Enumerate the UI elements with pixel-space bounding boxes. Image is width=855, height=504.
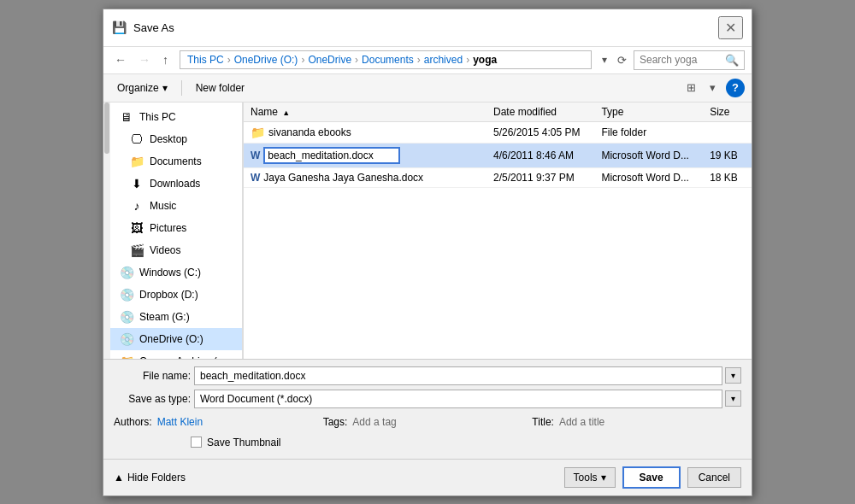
saveastype-label: Save as type:: [114, 393, 191, 405]
new-folder-button[interactable]: New folder: [189, 79, 251, 97]
windows-c-icon: 💿: [119, 266, 134, 279]
sidebar-item-videos[interactable]: 🎬 Videos: [110, 239, 242, 261]
dropbox-icon: 💿: [119, 288, 134, 302]
cancel-button[interactable]: Cancel: [687, 467, 741, 488]
sidebar-item-steam-g[interactable]: 💿 Steam (G:): [110, 306, 242, 328]
sidebar-label-documents: Documents: [150, 155, 202, 167]
sidebar-item-thispc[interactable]: 🖥 This PC: [110, 106, 242, 128]
sidebar-item-pictures[interactable]: 🖼 Pictures: [110, 217, 242, 239]
breadcrumb-yoga: yoga: [473, 54, 497, 66]
breadcrumb-onedrive-o[interactable]: OneDrive (O:): [234, 54, 298, 66]
tags-field: Tags: Add a tag: [323, 416, 533, 428]
sort-arrow: ▲: [282, 108, 290, 117]
up-button[interactable]: ↑: [158, 51, 173, 68]
steam-icon: 💿: [119, 310, 134, 324]
organize-button[interactable]: Organize ▾: [110, 79, 174, 97]
saveastype-dropdown-button[interactable]: ▾: [725, 390, 741, 407]
hide-folders-arrow: ▲: [114, 472, 124, 483]
filename-dropdown-button[interactable]: ▾: [725, 367, 741, 384]
breadcrumb-thispc[interactable]: This PC: [187, 54, 224, 66]
tools-label: Tools: [574, 472, 598, 483]
breadcrumb-bar: This PC › OneDrive (O:) › OneDrive › Doc…: [180, 50, 592, 69]
breadcrumb-documents[interactable]: Documents: [362, 54, 414, 66]
sidebar-item-documents[interactable]: 📁 Documents: [110, 150, 242, 173]
sidebar-label-onedrive-o: OneDrive (O:): [139, 333, 203, 345]
save-thumbnail-label[interactable]: Save Thumbnail: [207, 437, 281, 448]
file-name: sivananda ebooks: [268, 126, 351, 138]
folder-icon: 📁: [251, 126, 265, 139]
tags-value[interactable]: Add a tag: [352, 416, 396, 428]
file-size: 18 KB: [703, 167, 752, 187]
sidebar-item-canses[interactable]: 📁 Canses Archive (: [110, 350, 242, 359]
save-thumbnail-checkbox[interactable]: [191, 437, 202, 448]
file-type: Microsoft Word D...: [594, 167, 703, 187]
music-icon: ♪: [129, 199, 144, 213]
sidebar-item-windows-c[interactable]: 💿 Windows (C:): [110, 261, 242, 284]
sidebar-item-desktop[interactable]: 🖵 Desktop: [110, 128, 242, 150]
tools-button[interactable]: Tools ▾: [564, 467, 616, 488]
sidebar-item-dropbox-d[interactable]: 💿 Dropbox (D:): [110, 284, 242, 306]
filename-label: File name:: [114, 370, 191, 382]
bottom-section: File name: ▾ Save as type: Word Document…: [103, 359, 752, 459]
view-button[interactable]: ⊞: [683, 79, 699, 96]
action-bar: ▲ Hide Folders Tools ▾ Save Cancel: [103, 459, 752, 495]
breadcrumb-onedrive[interactable]: OneDrive: [308, 54, 351, 66]
dialog-title: Save As: [133, 21, 174, 34]
filename-cell: 📁 sivananda ebooks: [251, 126, 480, 139]
hide-folders-button[interactable]: ▲ Hide Folders: [114, 472, 186, 483]
pictures-icon: 🖼: [129, 221, 144, 235]
authors-field: Authors: Matt Klein: [114, 416, 323, 428]
title-field: Title: Add a title: [532, 416, 741, 428]
title-label: Title:: [532, 416, 554, 428]
search-icon: 🔍: [725, 54, 739, 67]
thumbnail-row: Save Thumbnail: [114, 431, 741, 452]
col-size[interactable]: Size: [703, 103, 752, 122]
sidebar-label-dropbox-d: Dropbox (D:): [139, 289, 198, 301]
filename-input[interactable]: [194, 366, 722, 385]
table-row[interactable]: W Jaya Ganesha Jaya Ganesha.docx 2/5/201…: [244, 167, 752, 187]
forward-button[interactable]: →: [134, 51, 155, 68]
save-button[interactable]: Save: [622, 466, 681, 489]
sidebar-label-windows-c: Windows (C:): [139, 267, 201, 278]
col-date[interactable]: Date modified: [486, 103, 594, 122]
file-date: 4/6/2011 8:46 AM: [486, 143, 594, 167]
sidebar-item-music[interactable]: ♪ Music: [110, 195, 242, 217]
sidebar-label-canses: Canses Archive (: [139, 355, 217, 359]
search-box: 🔍: [634, 50, 745, 70]
file-name-edit-input[interactable]: [263, 147, 400, 164]
file-date: 2/5/2011 9:37 PM: [486, 167, 594, 187]
breadcrumb-archived[interactable]: archived: [424, 54, 463, 66]
refresh-button[interactable]: ⟳: [614, 52, 630, 68]
hide-folders-label: Hide Folders: [127, 472, 186, 483]
onedrive-icon: 💿: [119, 332, 134, 346]
tools-dropdown-icon: ▾: [601, 472, 606, 483]
file-size: [703, 121, 752, 143]
close-button[interactable]: ✕: [718, 16, 743, 39]
filename-cell: W Jaya Ganesha Jaya Ganesha.docx: [251, 172, 480, 184]
main-area: 🖥 This PC 🖵 Desktop 📁 Documents ⬇ Downlo…: [103, 103, 752, 359]
col-name[interactable]: Name ▲: [244, 103, 486, 122]
sidebar-item-onedrive-o[interactable]: 💿 OneDrive (O:): [110, 328, 242, 350]
back-button[interactable]: ←: [110, 51, 131, 68]
sidebar-scrollbar-thumb[interactable]: [104, 103, 109, 154]
help-button[interactable]: ?: [726, 79, 745, 97]
saveastype-row: Save as type: Word Document (*.docx) ▾: [114, 390, 741, 408]
sidebar-label-downloads: Downloads: [150, 178, 200, 190]
saveastype-select[interactable]: Word Document (*.docx): [194, 390, 722, 408]
table-row[interactable]: 📁 sivananda ebooks 5/26/2015 4:05 PM Fil…: [244, 121, 752, 143]
breadcrumb-dropdown[interactable]: ▾: [598, 52, 610, 67]
organize-dropdown-icon: ▾: [162, 82, 168, 94]
toolbar: Organize ▾ New folder ⊞ ▾ ?: [103, 74, 752, 103]
desktop-icon: 🖵: [129, 132, 144, 146]
table-row[interactable]: W 4/6/2011 8:46 AM Microsoft Word D... 1…: [244, 143, 752, 167]
sidebar-item-downloads[interactable]: ⬇ Downloads: [110, 173, 242, 195]
search-input[interactable]: [640, 54, 725, 66]
sidebar-label-desktop: Desktop: [150, 133, 187, 145]
authors-value[interactable]: Matt Klein: [157, 416, 203, 428]
view-dropdown-button[interactable]: ▾: [706, 79, 719, 96]
authors-label: Authors:: [114, 416, 152, 428]
col-type[interactable]: Type: [594, 103, 703, 122]
word-icon: W: [251, 149, 260, 161]
title-value[interactable]: Add a title: [559, 416, 604, 428]
sidebar-label-thispc: This PC: [139, 111, 176, 123]
